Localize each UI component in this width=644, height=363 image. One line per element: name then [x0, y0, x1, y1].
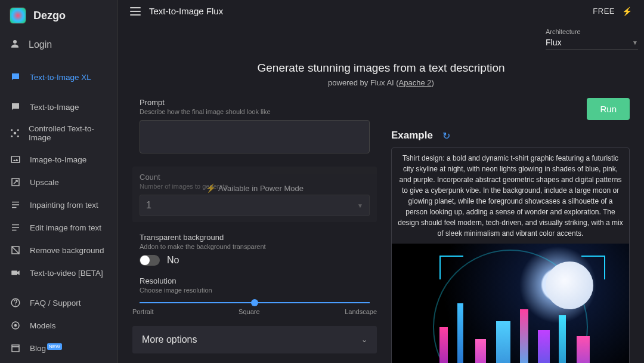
transparent-state: No [167, 255, 179, 266]
architecture-value: Flux [546, 38, 561, 47]
hero: Generate stunning images from a text des… [132, 61, 630, 87]
sidebar-item-label: Blog [30, 344, 46, 353]
list-icon [10, 199, 21, 210]
count-label: Count [140, 173, 370, 182]
bolt-icon[interactable]: ⚡ [622, 7, 632, 16]
logo-icon [10, 7, 26, 24]
upscale-icon [10, 177, 21, 187]
prompt-hint: Describe how the final image should look… [140, 108, 370, 115]
sidebar-item-controlled[interactable]: Controlled Text-to-Image [0, 118, 117, 148]
count-select[interactable]: 1 ▼ [140, 195, 370, 216]
sidebar-item-text-to-image[interactable]: Text-to-Image [0, 96, 117, 118]
sidebar-item-label: Upscale [30, 178, 59, 187]
node-icon [10, 128, 20, 139]
resolution-section: Resolution Choose image resolution Portr… [132, 276, 377, 315]
more-options-label: More options [142, 334, 197, 345]
refresh-icon[interactable]: ↻ [442, 130, 450, 141]
transparent-section: Transparent background Addon to make the… [132, 233, 377, 266]
architecture-select[interactable]: Architecture Flux ▼ [546, 28, 638, 50]
svg-rect-9 [11, 270, 17, 275]
sidebar-item-faq[interactable]: FAQ / Support [0, 291, 117, 314]
prompt-input[interactable] [140, 120, 370, 153]
sidebar-item-inpainting[interactable]: Inpainting from text [0, 193, 117, 216]
architecture-label: Architecture [546, 28, 638, 35]
transparent-label: Transparent background [140, 233, 370, 242]
svg-point-5 [17, 136, 19, 137]
power-mode-notice: ⚡ Available in Power Mode [206, 183, 304, 193]
calendar-icon [10, 343, 21, 353]
sidebar-item-label: FAQ / Support [30, 299, 81, 307]
sidebar-item-label: Text-to-video [BETA] [30, 269, 103, 278]
sidebar-item-image-to-image[interactable]: Image-to-Image [0, 148, 117, 171]
chevron-down-icon: ▼ [632, 39, 638, 46]
sidebar-item-label: Text-to-Image [30, 103, 79, 112]
bolt-icon: ⚡ [206, 183, 216, 193]
transparent-toggle[interactable] [140, 255, 160, 266]
example-card: Tshirt design: a bold and dynamic t-shir… [391, 147, 630, 363]
page-title: Text-to-Image Flux [149, 6, 223, 16]
license-link[interactable]: Apache 2 [399, 78, 432, 87]
sidebar-item-api[interactable]: API [0, 359, 117, 363]
resolution-slider[interactable] [140, 302, 370, 303]
help-icon [10, 297, 21, 308]
remove-bg-icon [10, 245, 21, 256]
svg-point-2 [11, 129, 13, 131]
more-options-accordion[interactable]: More options ⌄ [132, 326, 377, 353]
sidebar-item-edit-image[interactable]: Edit image from text [0, 216, 117, 239]
sidebar-item-label: Inpainting from text [30, 201, 98, 210]
svg-point-11 [15, 304, 16, 306]
slider-tick-portrait: Portrait [132, 308, 153, 315]
example-prompt-text: Tshirt design: a bold and dynamic t-shir… [392, 148, 629, 244]
sidebar-item-label: Remove background [30, 246, 104, 255]
run-button[interactable]: Run [587, 98, 630, 120]
output-column: Run Example ↻ Tshirt design: a bold and … [391, 98, 630, 363]
svg-rect-14 [12, 345, 19, 352]
example-title: Example [391, 130, 433, 141]
svg-point-1 [14, 132, 17, 135]
account-icon [10, 38, 20, 51]
prompt-section: Prompt Describe how the final image shou… [132, 98, 377, 156]
chat-icon [10, 72, 21, 82]
svg-point-3 [17, 129, 19, 131]
content: Architecture Flux ▼ Generate stunning im… [118, 22, 644, 363]
resolution-hint: Choose image resolution [140, 287, 370, 294]
slider-tick-landscape: Landscape [345, 308, 377, 315]
sidebar-item-text-to-video[interactable]: Text-to-video [BETA] [0, 262, 117, 284]
svg-rect-6 [11, 156, 20, 163]
topbar: Text-to-Image Flux FREE ⚡ [118, 0, 644, 22]
svg-point-0 [13, 40, 17, 44]
video-icon [10, 267, 21, 278]
hero-subtitle: powered by Flux AI (Apache 2) [132, 78, 630, 87]
resolution-label: Resolution [140, 276, 370, 285]
form-column: Prompt Describe how the final image shou… [132, 98, 377, 363]
plan-label: FREE [593, 7, 615, 16]
sidebar-item-blog[interactable]: BlogNEW [0, 337, 117, 359]
sidebar-item-remove-bg[interactable]: Remove background [0, 239, 117, 262]
sidebar-item-label: Edit image from text [30, 223, 101, 232]
slider-tick-square: Square [239, 308, 259, 315]
sidebar-item-label: Image-to-Image [30, 155, 86, 164]
login-label: Login [29, 39, 52, 50]
chevron-down-icon: ▼ [357, 202, 363, 209]
sidebar-item-label: Models [30, 321, 56, 330]
sidebar-item-label: Controlled Text-to-Image [29, 124, 108, 142]
sidebar-item-models[interactable]: Models [0, 314, 117, 337]
count-value: 1 [146, 200, 151, 211]
image-icon [10, 154, 21, 165]
sidebar-item-text-to-image-xl[interactable]: Text-to-Image XL [0, 66, 117, 88]
brand-name: Dezgo [33, 10, 66, 22]
hero-title: Generate stunning images from a text des… [132, 61, 630, 75]
transparent-hint: Addon to make the background transparent [140, 243, 370, 250]
logo-row[interactable]: Dezgo [0, 0, 117, 31]
sidebar-item-upscale[interactable]: Upscale [0, 171, 117, 193]
models-icon [10, 320, 21, 331]
slider-thumb-icon[interactable] [251, 299, 258, 306]
menu-icon[interactable] [130, 7, 141, 16]
login-button[interactable]: Login [0, 31, 117, 59]
chevron-down-icon: ⌄ [361, 336, 367, 344]
chat-icon [10, 101, 21, 112]
count-section: Count Number of images to generate ⚡ Ava… [132, 167, 377, 222]
svg-point-4 [11, 136, 13, 137]
new-badge: NEW [47, 343, 62, 350]
main: Text-to-Image Flux FREE ⚡ Architecture F… [118, 0, 644, 363]
